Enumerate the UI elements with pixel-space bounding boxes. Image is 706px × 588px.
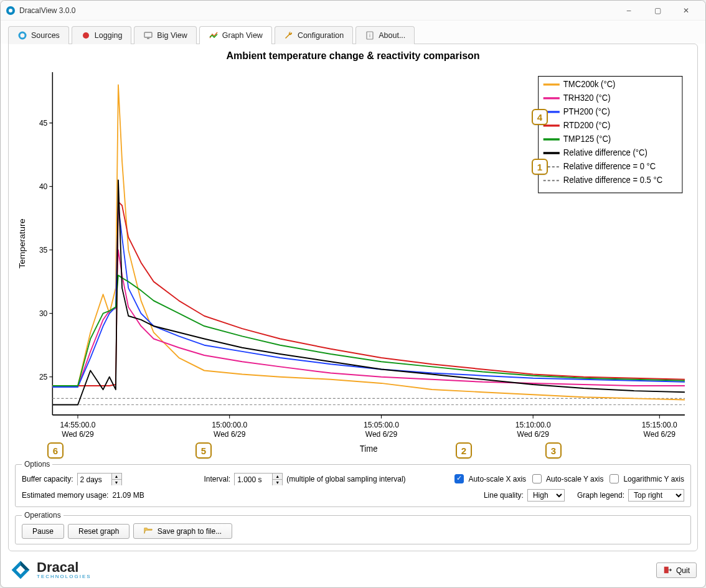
tab-label: Big View [157,31,187,40]
graph-legend-label: Graph legend: [577,491,624,500]
tab-about[interactable]: i About... [355,26,415,44]
svg-text:14:55:00.0: 14:55:00.0 [60,420,95,429]
dracal-logo-icon [9,559,32,581]
svg-rect-58 [664,566,668,573]
svg-text:35: 35 [39,246,47,255]
svg-text:15:15:00.0: 15:15:00.0 [642,420,677,429]
memory-usage-value: 21.09 MB [112,491,144,500]
tab-panel-graphview: Ambient temperature change & reactivity … [8,44,698,551]
buffer-capacity-spinbox[interactable]: ▲▼ [77,473,122,485]
tab-label: Configuration [298,31,344,40]
chart-line-icon [209,30,219,40]
autoscale-y-field[interactable]: Auto-scale Y axis [530,472,603,485]
monitor-icon [143,30,153,40]
main-window: DracalView 3.0.0 – ▢ ✕ Sources Logging B… [0,0,706,588]
svg-text:Wed 6/29: Wed 6/29 [62,430,93,439]
svg-text:Relative difference = 0 °C: Relative difference = 0 °C [563,162,656,172]
tab-sources[interactable]: Sources [8,26,69,44]
buffer-capacity-input[interactable] [78,474,111,486]
wrench-icon [284,30,294,40]
svg-text:Wed 6/29: Wed 6/29 [644,430,675,439]
svg-text:i: i [369,32,370,39]
operations-group: Operations Pause Reset graph Save graph … [15,511,691,544]
folder-open-icon [144,526,153,535]
interval-hint: (multiple of global sampling interval) [286,475,405,483]
quit-button[interactable]: Quit [656,562,697,578]
svg-text:15:00:00.0: 15:00:00.0 [212,420,247,429]
svg-rect-3 [144,32,152,37]
svg-text:40: 40 [39,182,47,192]
spin-up-icon[interactable]: ▲ [273,474,282,480]
line-quality-label: Line quality: [484,491,524,500]
tabbar: Sources Logging Big View Graph View Conf… [1,21,705,44]
spin-up-icon[interactable]: ▲ [112,474,121,480]
line-quality-select[interactable]: High [527,489,565,502]
reset-graph-button[interactable]: Reset graph [68,524,129,539]
maximize-button[interactable]: ▢ [643,1,672,20]
svg-text:Time: Time [360,444,378,454]
svg-text:TMC200k (°C): TMC200k (°C) [563,80,616,90]
brand-subtitle: TECHNOLOGIES [37,574,92,579]
tab-label: Sources [31,31,60,40]
svg-text:25: 25 [39,373,47,382]
options-legend: Options [22,460,52,469]
spin-down-icon[interactable]: ▼ [112,480,121,485]
interval-spinbox[interactable]: ▲▼ [234,473,283,485]
tab-label: Graph View [222,31,263,40]
titlebar: DracalView 3.0.0 – ▢ ✕ [1,1,705,21]
buffer-capacity-label: Buffer capacity: [22,475,73,483]
svg-text:Relative difference (°C): Relative difference (°C) [563,148,647,158]
tab-logging[interactable]: Logging [72,26,132,44]
window-title: DracalView 3.0.0 [19,6,614,15]
autoscale-x-label: Auto-scale X axis [468,475,526,483]
interval-input[interactable] [235,474,272,486]
svg-text:30: 30 [39,309,47,319]
svg-text:15:10:00.0: 15:10:00.0 [515,420,551,429]
tab-label: About... [379,31,405,40]
chart-area: Ambient temperature change & reactivity … [15,49,691,456]
window-controls: – ▢ ✕ [614,1,700,20]
autoscale-y-checkbox[interactable] [532,474,542,483]
svg-text:Temperature: Temperature [18,218,27,269]
interval-label: Interval: [204,475,231,483]
tab-bigview[interactable]: Big View [134,26,196,44]
log-y-label: Logarithmic Y axis [623,475,684,483]
autoscale-x-field[interactable]: Auto-scale X axis [452,472,526,485]
chart-title: Ambient temperature change & reactivity … [15,50,691,62]
brand-name: Dracal [37,561,92,574]
svg-text:PTH200 (°C): PTH200 (°C) [563,107,610,117]
autoscale-y-label: Auto-scale Y axis [546,475,603,483]
svg-text:Wed 6/29: Wed 6/29 [214,430,245,439]
log-y-checkbox[interactable] [610,474,619,483]
options-group: Options Buffer capacity: ▲▼ Interval: ▲▼… [15,460,691,507]
tab-configuration[interactable]: Configuration [275,26,353,44]
graph-legend-select[interactable]: Top right [628,489,684,502]
spin-down-icon[interactable]: ▼ [273,480,282,485]
brand-logo: Dracal TECHNOLOGIES [9,559,92,581]
svg-text:Relative difference = 0.5 °C: Relative difference = 0.5 °C [563,175,662,185]
svg-text:Wed 6/29: Wed 6/29 [517,430,549,439]
tab-graphview[interactable]: Graph View [199,26,272,44]
svg-text:Wed 6/29: Wed 6/29 [365,430,397,439]
operations-legend: Operations [22,511,64,520]
close-button[interactable]: ✕ [672,1,700,20]
chart-canvas[interactable]: 253035404514:55:00.0Wed 6/2915:00:00.0We… [15,65,691,456]
svg-point-1 [19,32,26,39]
autoscale-x-checkbox[interactable] [454,474,464,483]
svg-text:15:05:00.0: 15:05:00.0 [364,420,399,429]
svg-rect-4 [147,38,149,39]
pause-button[interactable]: Pause [22,524,64,539]
log-y-field[interactable]: Logarithmic Y axis [607,472,684,485]
minimize-button[interactable]: – [614,1,643,20]
info-icon: i [365,30,375,40]
svg-point-2 [83,32,89,39]
svg-text:RTD200 (°C): RTD200 (°C) [563,121,610,131]
svg-text:TMP125 (°C): TMP125 (°C) [563,134,611,144]
footer: Dracal TECHNOLOGIES Quit [1,556,705,587]
svg-text:TRH320 (°C): TRH320 (°C) [563,93,611,103]
app-icon [6,6,16,16]
memory-usage-label: Estimated memory usage: [22,491,108,500]
save-graph-button[interactable]: Save graph to file... [133,523,232,539]
gear-blue-icon [17,30,27,40]
exit-icon [663,566,672,574]
